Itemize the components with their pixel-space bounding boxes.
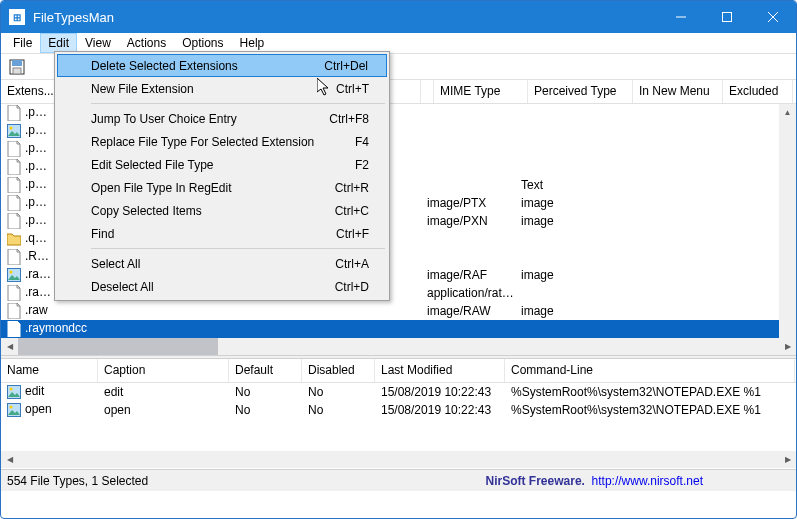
scroll-right-arrow[interactable]: ▶: [779, 451, 796, 468]
action-icon: [7, 402, 23, 418]
column-header[interactable]: Last Modified: [375, 359, 505, 382]
column-header[interactable]: Disabled: [302, 359, 375, 382]
action-icon: [7, 384, 23, 400]
page-icon: [7, 321, 23, 337]
ptype-cell: image: [515, 268, 620, 282]
extension-text: .p…: [25, 213, 47, 227]
page-icon: [7, 249, 23, 265]
menu-separator: [91, 103, 385, 104]
scroll-up-arrow[interactable]: ▲: [779, 104, 796, 121]
menu-item-select-all[interactable]: Select AllCtrl+A: [57, 252, 387, 275]
menu-item-delete-selected-extensions[interactable]: Delete Selected ExtensionsCtrl+Del: [57, 54, 387, 77]
ptype-cell: image: [515, 304, 620, 318]
menu-item-shortcut: Ctrl+R: [335, 181, 369, 195]
extension-text: .raymondcc: [25, 321, 87, 335]
table-row[interactable]: .raymondcc: [1, 320, 796, 338]
extension-text: .ra…: [25, 285, 51, 299]
menu-separator: [91, 248, 385, 249]
menu-edit[interactable]: Edit: [40, 33, 77, 53]
menu-item-label: New File Extension: [91, 82, 194, 96]
table-row[interactable]: editeditNoNo15/08/2019 10:22:43%SystemRo…: [1, 383, 796, 401]
menu-item-open-file-type-in-regedit[interactable]: Open File Type In RegEditCtrl+R: [57, 176, 387, 199]
scroll-left-arrow[interactable]: ◀: [1, 338, 18, 355]
cell-text: 15/08/2019 10:22:43: [375, 385, 505, 399]
column-header[interactable]: In New Menu: [633, 80, 723, 103]
scroll-thumb[interactable]: [18, 338, 218, 355]
menu-help[interactable]: Help: [232, 33, 273, 53]
column-header[interactable]: Default: [229, 359, 302, 382]
menu-actions[interactable]: Actions: [119, 33, 174, 53]
extension-text: .q…: [25, 231, 47, 245]
cell-text: %SystemRoot%\system32\NOTEPAD.EXE %1: [505, 385, 795, 399]
ptype-cell: image: [515, 214, 620, 228]
column-header[interactable]: Command-Line: [505, 359, 795, 382]
page-icon: [7, 177, 23, 193]
svg-point-10: [10, 271, 13, 274]
extension-text: .p…: [25, 177, 47, 191]
menu-item-shortcut: Ctrl+F8: [329, 112, 369, 126]
menu-item-replace-file-type-for-selected-extension[interactable]: Replace File Type For Selected Extension…: [57, 130, 387, 153]
menu-item-shortcut: Ctrl+D: [335, 280, 369, 294]
nirsoft-link[interactable]: http://www.nirsoft.net: [592, 474, 703, 488]
column-header[interactable]: Caption: [98, 359, 229, 382]
status-text: 554 File Types, 1 Selected: [7, 474, 399, 488]
menu-item-label: Find: [91, 227, 114, 241]
menu-item-shortcut: Ctrl+T: [336, 82, 369, 96]
menu-view[interactable]: View: [77, 33, 119, 53]
extension-text: .raw: [25, 303, 48, 317]
menu-item-copy-selected-items[interactable]: Copy Selected ItemsCtrl+C: [57, 199, 387, 222]
horizontal-scrollbar-top[interactable]: ◀ ▶: [1, 338, 796, 355]
menu-item-edit-selected-file-type[interactable]: Edit Selected File TypeF2: [57, 153, 387, 176]
cell-text: No: [302, 385, 375, 399]
page-icon: [7, 105, 23, 121]
menu-options[interactable]: Options: [174, 33, 231, 53]
edit-menu-dropdown: Delete Selected ExtensionsCtrl+DelNew Fi…: [54, 51, 390, 301]
column-header[interactable]: Perceived Type: [528, 80, 633, 103]
column-header[interactable]: [421, 80, 434, 103]
menu-item-jump-to-user-choice-entry[interactable]: Jump To User Choice EntryCtrl+F8: [57, 107, 387, 130]
image-icon: [7, 123, 23, 139]
menu-item-find[interactable]: FindCtrl+F: [57, 222, 387, 245]
menu-item-shortcut: F4: [355, 135, 369, 149]
close-button[interactable]: [750, 1, 796, 33]
mime-cell: image/RAF: [421, 268, 515, 282]
table-row[interactable]: openopenNoNo15/08/2019 10:22:43%SystemRo…: [1, 401, 796, 419]
table-row[interactable]: .rawimage/RAWimage: [1, 302, 796, 320]
menu-file[interactable]: File: [5, 33, 40, 53]
cell-text: No: [302, 403, 375, 417]
svg-point-8: [10, 127, 13, 130]
cell-text: open: [98, 403, 229, 417]
horizontal-scrollbar-bottom[interactable]: ◀ ▶: [1, 451, 796, 468]
save-button[interactable]: [5, 56, 29, 78]
svg-rect-5: [12, 60, 22, 66]
menu-item-new-file-extension[interactable]: New File ExtensionCtrl+T: [57, 77, 387, 100]
extension-text: .p…: [25, 195, 47, 209]
maximize-button[interactable]: [704, 1, 750, 33]
minimize-button[interactable]: [658, 1, 704, 33]
menu-item-label: Open File Type In RegEdit: [91, 181, 232, 195]
mime-cell: image/PXN: [421, 214, 515, 228]
ptype-cell: image: [515, 196, 620, 210]
extension-text: .p…: [25, 159, 47, 173]
svg-rect-6: [13, 68, 21, 74]
svg-point-14: [10, 406, 13, 409]
menu-item-label: Replace File Type For Selected Extension: [91, 135, 314, 149]
menu-item-label: Deselect All: [91, 280, 154, 294]
bottom-list-header[interactable]: NameCaptionDefaultDisabledLast ModifiedC…: [1, 359, 796, 383]
page-icon: [7, 285, 23, 301]
column-header[interactable]: Excluded: [723, 80, 793, 103]
page-icon: [7, 213, 23, 229]
column-header[interactable]: Name: [1, 359, 98, 382]
vertical-scrollbar-top[interactable]: ▲: [779, 104, 796, 338]
extension-text: .ra…: [25, 267, 51, 281]
menu-item-deselect-all[interactable]: Deselect AllCtrl+D: [57, 275, 387, 298]
column-header[interactable]: MIME Type: [434, 80, 528, 103]
scroll-left-arrow[interactable]: ◀: [1, 451, 18, 468]
cell-text: %SystemRoot%\system32\NOTEPAD.EXE %1: [505, 403, 795, 417]
cell-text: edit: [25, 384, 44, 398]
actions-list[interactable]: NameCaptionDefaultDisabledLast ModifiedC…: [1, 359, 796, 469]
scroll-right-arrow[interactable]: ▶: [779, 338, 796, 355]
cell-text: No: [229, 403, 302, 417]
image-icon: [7, 267, 23, 283]
app-icon: ⊞: [9, 9, 25, 25]
